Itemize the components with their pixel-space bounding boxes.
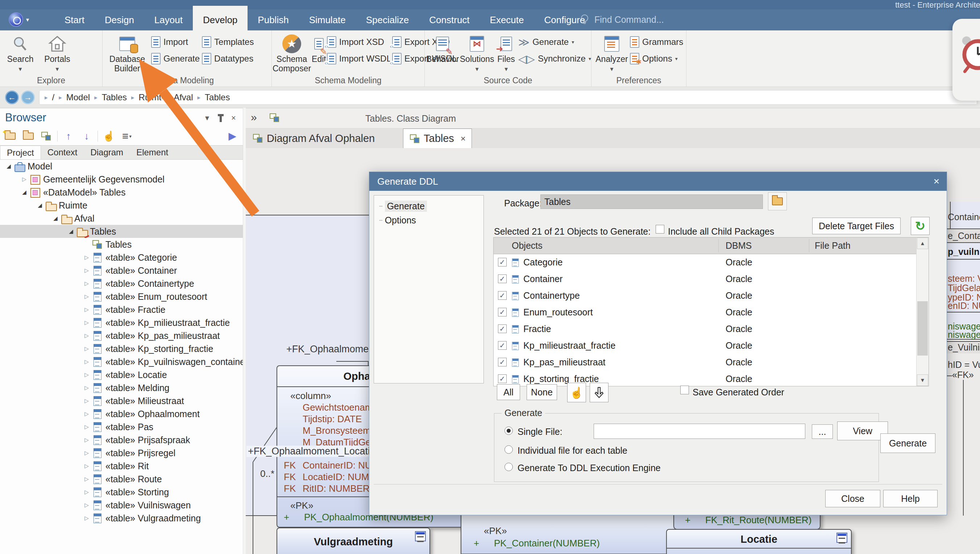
tree-expand-arrow-icon[interactable]: ▷ bbox=[81, 437, 92, 443]
tree-item[interactable]: ▷Gemeentelijk Gegevensmodel bbox=[0, 173, 243, 186]
browser-tab-project[interactable]: Project bbox=[0, 146, 41, 159]
locate-icon[interactable]: ☝ bbox=[102, 129, 116, 143]
table-element-vulgraadmeting[interactable]: Vulgraadmeting bbox=[276, 528, 430, 554]
grammars-button[interactable]: Grammars bbox=[630, 35, 683, 49]
scrollbar[interactable]: ▲ ▼ bbox=[916, 237, 929, 386]
tree-item[interactable]: ◢Ruimte bbox=[0, 199, 243, 212]
ribbon-tab-layout[interactable]: Layout bbox=[144, 10, 193, 30]
search-button[interactable]: Search ▼ bbox=[3, 33, 38, 74]
tree-item[interactable]: ▷«table» Vulgraadmeting bbox=[0, 512, 243, 525]
tree-item[interactable]: ◢Afval bbox=[0, 212, 243, 225]
tree-item[interactable]: ▷«table» Kp_pas_milieustraat bbox=[0, 329, 243, 342]
chevron-down-icon[interactable]: ▾ bbox=[205, 113, 209, 123]
panel-splitter[interactable] bbox=[243, 108, 246, 554]
breadcrumb-item[interactable]: Ruimte bbox=[139, 92, 162, 102]
save-generated-order-checkbox[interactable] bbox=[680, 385, 689, 394]
row-checkbox[interactable]: ✓ bbox=[498, 341, 507, 350]
tree-item[interactable]: ▷«table» Route bbox=[0, 473, 243, 486]
templates-button[interactable]: Templates bbox=[202, 35, 254, 49]
browser-tab-element[interactable]: Element bbox=[130, 146, 175, 159]
ribbon-tab-specialize[interactable]: Specialize bbox=[356, 10, 419, 30]
ribbon-tab-construct[interactable]: Construct bbox=[419, 10, 479, 30]
tree-expand-arrow-icon[interactable]: ▷ bbox=[81, 306, 92, 313]
ribbon-tab-publish[interactable]: Publish bbox=[247, 10, 298, 30]
tree-expand-arrow-icon[interactable]: ▷ bbox=[81, 333, 92, 339]
tree-item[interactable]: ◢Model bbox=[0, 160, 243, 173]
column-header[interactable]: DBMS bbox=[726, 240, 752, 251]
tree-expand-arrow-icon[interactable]: ▷ bbox=[81, 319, 92, 326]
find-command[interactable]: Find Command... bbox=[580, 14, 664, 25]
datatypes-button[interactable]: Datatypes bbox=[202, 51, 254, 66]
row-checkbox[interactable]: ✓ bbox=[498, 291, 507, 300]
tree-item[interactable]: ▷«table» Prijsafspraak bbox=[0, 433, 243, 446]
select-none-button[interactable]: None bbox=[527, 384, 557, 400]
solutions-button[interactable]: ⋈ Solutions ▼ bbox=[460, 33, 494, 74]
dialog-titlebar[interactable]: Generate DDL bbox=[369, 172, 946, 191]
hamburger-menu-icon[interactable]: ≡▾ bbox=[120, 129, 134, 143]
tab-tables[interactable]: Tables × bbox=[403, 129, 472, 148]
column-header[interactable]: File Path bbox=[815, 240, 851, 251]
table-element-locatie[interactable]: Locatie bbox=[666, 529, 852, 554]
tree-item[interactable]: ▷«table» Milieustraat bbox=[0, 394, 243, 408]
ribbon-tab-develop[interactable]: Develop bbox=[193, 10, 247, 30]
row-checkbox[interactable]: ✓ bbox=[498, 274, 507, 283]
row-checkbox[interactable]: ✓ bbox=[498, 358, 507, 366]
tree-expand-arrow-icon[interactable]: ◢ bbox=[66, 228, 76, 235]
new-model-icon[interactable] bbox=[3, 129, 18, 143]
tree-expand-arrow-icon[interactable]: ▷ bbox=[81, 489, 92, 495]
tree-item[interactable]: ◢Tables bbox=[0, 225, 243, 238]
tree-item[interactable]: ▷«table» Kp_vuilniswagen_containert bbox=[0, 355, 243, 368]
tab-diagram-afval-ophalen[interactable]: Diagram Afval Ophalen bbox=[246, 129, 381, 148]
tree-expand-arrow-icon[interactable]: ▷ bbox=[81, 502, 92, 508]
import-xsd-button[interactable]: ‹›Import XSD bbox=[327, 35, 391, 49]
objects-table-row[interactable]: ✓FractieOracle bbox=[494, 321, 916, 337]
select-all-button[interactable]: All bbox=[497, 384, 520, 400]
objects-table-row[interactable]: ✓Kp_milieustraat_fractieOracle bbox=[494, 337, 916, 354]
scroll-up-icon[interactable]: ▲ bbox=[917, 237, 928, 249]
behavior-button[interactable]: ✎ Behavior bbox=[426, 33, 459, 64]
close-button[interactable]: Close bbox=[825, 490, 880, 507]
tree-item[interactable]: ▷«table» Locatie bbox=[0, 368, 243, 381]
ribbon-tab-design[interactable]: Design bbox=[94, 10, 144, 30]
objects-table-row[interactable]: ✓CategorieOracle bbox=[494, 254, 916, 271]
folder-icon[interactable] bbox=[21, 129, 35, 143]
delete-target-files-button[interactable]: Delete Target Files bbox=[812, 218, 901, 234]
row-checkbox[interactable]: ✓ bbox=[498, 325, 507, 333]
tree-expand-arrow-icon[interactable]: ▷ bbox=[81, 515, 92, 521]
tree-expand-arrow-icon[interactable]: ◢ bbox=[19, 189, 29, 196]
tree-expand-arrow-icon[interactable]: ▷ bbox=[81, 358, 92, 365]
tree-expand-arrow-icon[interactable]: ▷ bbox=[81, 476, 92, 482]
individual-file-radio[interactable] bbox=[504, 446, 513, 454]
synchronize-button[interactable]: ◁▷Synchronize▾ bbox=[518, 51, 591, 66]
browse-package-button[interactable] bbox=[768, 192, 787, 210]
tree-item[interactable]: ▷«table» Ophaalmoment bbox=[0, 408, 243, 420]
browser-tab-diagram[interactable]: Diagram bbox=[84, 146, 130, 159]
objects-table-row[interactable]: ✓Enum_routesoortOracle bbox=[494, 304, 916, 321]
tree-item[interactable]: ▷«table» Enum_routesoort bbox=[0, 290, 243, 303]
options-button[interactable]: ✱Options▾ bbox=[630, 51, 683, 66]
portals-button[interactable]: Portals ▼ bbox=[40, 33, 75, 74]
breadcrumb-item[interactable]: Tables bbox=[102, 92, 127, 102]
tree-item[interactable]: ◢«DataModel» Tables bbox=[0, 186, 243, 199]
breadcrumb-item[interactable]: Tables bbox=[205, 92, 230, 102]
tree-item[interactable]: ▷«table» Storting bbox=[0, 486, 243, 498]
import-button[interactable]: Import bbox=[151, 35, 200, 49]
close-icon[interactable]: × bbox=[231, 113, 236, 123]
browser-tab-context[interactable]: Context bbox=[41, 146, 84, 159]
tree-expand-arrow-icon[interactable]: ▷ bbox=[81, 280, 92, 287]
ribbon-tab-simulate[interactable]: Simulate bbox=[299, 10, 356, 30]
tree-item[interactable]: ▷«table» Kp_milieustraat_fractie bbox=[0, 316, 243, 329]
double-chevron-icon[interactable]: » bbox=[251, 111, 257, 124]
app-menu-button[interactable]: ▾ bbox=[9, 12, 29, 27]
connector-label[interactable]: +FK_Ophaalmoment_Locatie bbox=[246, 446, 377, 457]
tree-expand-arrow-icon[interactable]: ▷ bbox=[81, 254, 92, 261]
ddl-engine-radio[interactable] bbox=[504, 463, 513, 471]
single-file-radio[interactable] bbox=[504, 427, 513, 435]
close-icon[interactable]: × bbox=[934, 176, 939, 187]
import-wsdl-button[interactable]: ‹›Import WSDL bbox=[327, 51, 391, 66]
pin-icon[interactable] bbox=[220, 114, 222, 122]
tree-expand-arrow-icon[interactable]: ◢ bbox=[35, 202, 45, 209]
objects-table-row[interactable]: ✓Kp_pas_milieustraatOracle bbox=[494, 354, 916, 371]
tree-item[interactable]: ▷«table» Container bbox=[0, 264, 243, 277]
files-button[interactable]: ➜ Files ▼ bbox=[495, 33, 517, 74]
